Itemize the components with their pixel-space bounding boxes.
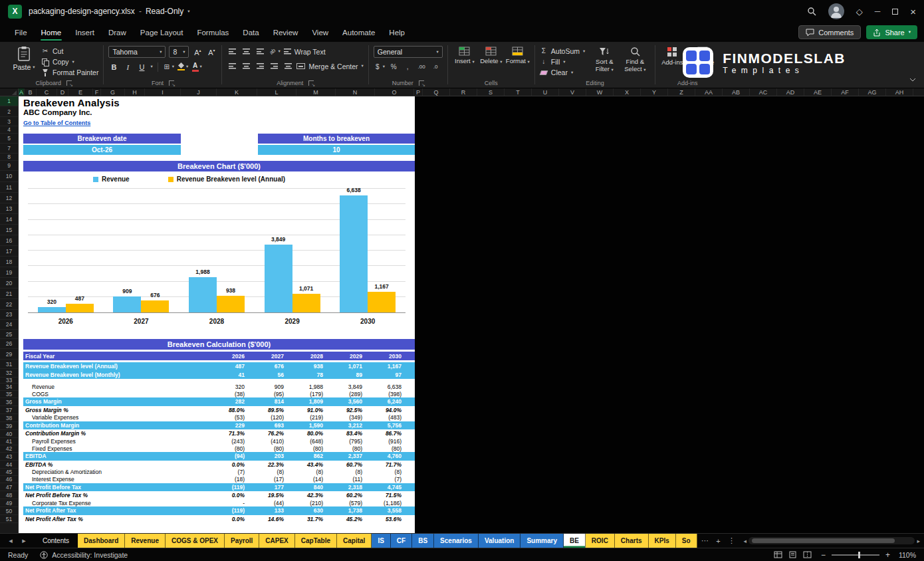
column-header-p[interactable]: P (414, 88, 423, 96)
sheet-tab-valuation[interactable]: Valuation (479, 534, 520, 548)
row-header-36[interactable]: 36 (0, 398, 18, 406)
table-row[interactable]: Contribution Margin %71.3%76.2%80.0%83.4… (23, 429, 415, 437)
column-header-e[interactable]: E (68, 88, 93, 96)
column-header-z[interactable]: Z (668, 88, 695, 96)
sheet-tab-contents[interactable]: Contents (35, 534, 78, 548)
diamond-button[interactable]: ◇ (856, 7, 863, 17)
table-row[interactable]: Net Profit Before Tax(119)1778402,3184,7… (23, 483, 415, 492)
column-header-c[interactable]: C (37, 88, 57, 96)
table-row[interactable]: COGS(38)(95)(179)(289)(398) (23, 390, 415, 397)
row-header-38[interactable]: 38 (0, 414, 18, 422)
scroll-tabs-right-button[interactable]: ▸ (17, 534, 31, 548)
increase-decimal-button[interactable]: .00 (416, 61, 427, 72)
column-header-r[interactable]: R (450, 88, 477, 96)
sheet-tab-summary[interactable]: Summary (520, 534, 564, 548)
table-header-row[interactable]: Fiscal Year20262027202820292030 (23, 352, 415, 360)
normal-view-button[interactable] (774, 551, 782, 558)
column-header-g[interactable]: G (101, 88, 125, 96)
menu-item-formulas[interactable]: Formulas (190, 23, 235, 42)
sheet-tab-be[interactable]: BE (564, 534, 586, 548)
increase-font-size-button[interactable]: A▴ (192, 47, 203, 58)
delete-cells-button[interactable]: Delete ▾ (479, 45, 503, 78)
row-header-48[interactable]: 48 (0, 491, 18, 499)
fill-button[interactable]: ↓Fill▾ (540, 58, 585, 66)
column-header-t[interactable]: T (505, 88, 532, 96)
row-header-7[interactable]: 7 (0, 144, 18, 154)
row-header-21[interactable]: 21 (0, 288, 18, 299)
row-header-31[interactable]: 31 (0, 360, 18, 369)
column-header-i[interactable]: I (145, 88, 181, 96)
column-header-y[interactable]: Y (641, 88, 668, 96)
increase-indent-button[interactable] (283, 60, 293, 72)
table-row[interactable]: Net Profit Before Tax %0.0%19.5%42.3%60.… (23, 491, 415, 499)
insert-cells-button[interactable]: Insert ▾ (453, 45, 477, 78)
bold-button[interactable]: B (108, 61, 119, 72)
column-header-ae[interactable]: AE (804, 88, 832, 96)
user-avatar[interactable] (828, 3, 844, 19)
toc-link[interactable]: Go to Table of Contents (23, 120, 90, 126)
new-sheet-button[interactable]: + (712, 534, 725, 548)
row-header-34[interactable]: 34 (0, 384, 18, 391)
scrollbar-track[interactable] (749, 537, 915, 544)
wrap-text-button[interactable]: Wrap Text (284, 48, 326, 56)
row-header-45[interactable]: 45 (0, 469, 18, 476)
column-header-o[interactable]: O (375, 88, 414, 96)
column-header-n[interactable]: N (336, 88, 375, 96)
sheet-tab-kpis[interactable]: KPIs (649, 534, 676, 548)
select-all-corner[interactable] (0, 88, 19, 96)
merge-center-button[interactable]: Merge & Center▾ (296, 62, 363, 70)
row-header-33[interactable]: 33 (0, 378, 18, 384)
row-header-29[interactable]: 29 (0, 349, 18, 360)
table-row[interactable]: Revenue Breakeven level (Monthly)4156788… (23, 371, 415, 380)
row-header-10[interactable]: 10 (0, 171, 18, 182)
decrease-font-size-button[interactable]: A▾ (206, 47, 217, 58)
column-header-u[interactable]: U (532, 88, 559, 96)
underline-button[interactable]: U (136, 61, 147, 72)
row-header-18[interactable]: 18 (0, 257, 18, 267)
row-header-16[interactable]: 16 (0, 235, 18, 246)
table-row[interactable]: EBITDA(94)2038622,3374,760 (23, 452, 415, 461)
column-header-j[interactable]: J (181, 88, 217, 96)
row-header-44[interactable]: 44 (0, 461, 18, 469)
row-header-39[interactable]: 39 (0, 422, 18, 430)
minimize-button[interactable]: ─ (875, 7, 881, 16)
italic-button[interactable]: I (122, 61, 133, 72)
sheet-tab-captable[interactable]: CapTable (295, 534, 337, 548)
clear-button[interactable]: Clear▾ (540, 68, 585, 76)
document-title[interactable]: packaging-design-agency.xlsx - Read-Only… (29, 7, 190, 16)
scroll-right-arrow-icon[interactable]: ▸ (917, 538, 920, 544)
menu-item-file[interactable]: File (8, 23, 34, 42)
fill-color-button[interactable]: ▾ (177, 61, 188, 72)
font-dialog-launcher[interactable] (169, 80, 174, 86)
sheet-tab-scenarios[interactable]: Scenarios (434, 534, 479, 548)
format-painter-button[interactable]: Format Painter (41, 68, 98, 76)
accounting-format-button[interactable]: $▾ (374, 61, 385, 72)
zoom-slider[interactable] (832, 554, 879, 556)
decrease-indent-button[interactable] (269, 60, 279, 72)
font-size-select[interactable]: 8▾ (169, 46, 189, 58)
find-select-button[interactable]: Find & Select ▾ (620, 45, 650, 78)
column-header-f[interactable]: F (93, 88, 101, 96)
row-header-49[interactable]: 49 (0, 499, 18, 507)
sheet-tab-dashboard[interactable]: Dashboard (78, 534, 125, 548)
more-sheets-button[interactable]: ⋯ (699, 534, 712, 548)
row-header-24[interactable]: 24 (0, 320, 18, 330)
add-ins-button[interactable]: Add-ins (660, 45, 684, 78)
column-header-d[interactable]: D (57, 88, 68, 96)
row-header-4[interactable]: 4 (0, 126, 18, 134)
table-row[interactable]: Net Profit After Tax %0.0%14.6%31.7%45.2… (23, 515, 415, 523)
row-header-3[interactable]: 3 (0, 117, 18, 126)
row-header-1[interactable]: 1 (0, 96, 18, 106)
sheet-tab-revenue[interactable]: Revenue (125, 534, 166, 548)
row-header-51[interactable]: 51 (0, 515, 18, 523)
comma-style-button[interactable]: , (402, 61, 413, 72)
row-header-50[interactable]: 50 (0, 507, 18, 515)
column-header-aa[interactable]: AA (695, 88, 723, 96)
row-header-47[interactable]: 47 (0, 483, 18, 491)
row-header-25[interactable]: 25 (0, 330, 18, 339)
sheet-tab-is[interactable]: IS (372, 534, 390, 548)
row-header-11[interactable]: 11 (0, 182, 18, 193)
accessibility-status[interactable]: Accessibility: Investigate (40, 551, 128, 559)
font-color-button[interactable]: A▾ (191, 61, 202, 72)
row-header-40[interactable]: 40 (0, 430, 18, 438)
